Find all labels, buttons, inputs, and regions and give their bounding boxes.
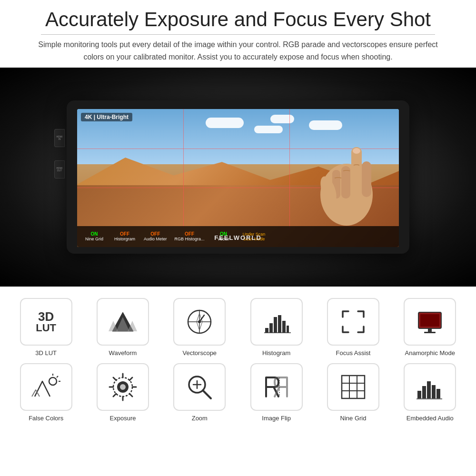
status-nine-grid: ON Nine Grid (80, 230, 109, 243)
embedded-audio-icon (415, 372, 445, 402)
feature-anamorphic-label: Anamorphic Mode (405, 349, 456, 357)
feature-exposure-icon-box (97, 363, 149, 411)
features-grid: 3D LUT 3D LUT Waveform (10, 298, 466, 423)
header: Accurately Exposure and Focus Every Shot… (0, 0, 476, 68)
svg-rect-19 (278, 315, 281, 333)
cloud-2 (254, 126, 283, 133)
svg-line-38 (129, 377, 132, 380)
svg-rect-18 (274, 317, 277, 333)
feature-image-flip-label: Image Flip (262, 415, 291, 423)
cloud-3 (270, 115, 294, 123)
feature-nine-grid: Nine Grid (317, 363, 389, 423)
feature-waveform: Waveform (86, 298, 159, 357)
port-hdmi-in-label: HDMIIN (57, 136, 63, 141)
status-rgb-state: OFF (185, 231, 194, 237)
feature-vectorscope-icon-box (173, 298, 226, 346)
svg-rect-21 (287, 326, 289, 333)
svg-line-39 (113, 394, 116, 397)
histogram-icon (261, 307, 292, 337)
feature-false-colors: False Colors (10, 363, 82, 423)
feature-zoom-icon-box (173, 363, 226, 411)
feature-embedded-audio-icon-box (404, 363, 456, 411)
feature-3d-lut: 3D LUT 3D LUT (10, 298, 82, 357)
svg-rect-55 (432, 385, 436, 398)
port-hdmi-out-label: HDMIOUT (57, 167, 63, 172)
nine-grid-icon (338, 372, 368, 402)
svg-rect-17 (269, 323, 273, 333)
feature-false-colors-label: False Colors (29, 415, 63, 423)
focus-assist-icon (338, 307, 368, 337)
feature-exposure: Exposure (86, 363, 159, 423)
status-audio-meter: OFF Audio Meter (141, 230, 170, 243)
svg-rect-53 (422, 386, 426, 398)
svg-point-40 (120, 384, 126, 390)
feature-embedded-audio-label: Embedded Audio (407, 415, 454, 423)
port-hdmi-in: HDMIIN (54, 129, 65, 147)
status-rgb: OFF RGB Histogra... (172, 230, 208, 243)
svg-rect-54 (427, 381, 431, 398)
svg-point-27 (49, 377, 57, 385)
status-nine-grid-state: ON (91, 231, 98, 237)
false-colors-icon (31, 372, 61, 402)
feature-anamorphic: Anamorphic Mode (394, 298, 466, 357)
header-divider (41, 34, 435, 35)
header-description: Simple monitoring tools put every detail… (29, 39, 447, 63)
status-audio-state: OFF (150, 231, 160, 237)
svg-point-15 (198, 320, 201, 323)
status-histogram-label: Historgram (114, 237, 135, 242)
feature-waveform-icon-box (97, 298, 149, 346)
svg-rect-24 (420, 314, 439, 327)
page-title: Accurately Exposure and Focus Every Shot (19, 9, 457, 30)
svg-rect-16 (265, 328, 268, 333)
port-hdmi-out: HDMIOUT (54, 160, 65, 178)
svg-rect-56 (436, 389, 440, 398)
exposure-icon (108, 372, 138, 402)
features-section: 3D LUT 3D LUT Waveform (0, 287, 476, 430)
vectorscope-icon (184, 307, 215, 337)
zoom-icon (184, 372, 215, 402)
status-rgb-label: RGB Histogra... (175, 237, 205, 242)
svg-line-29 (57, 376, 58, 377)
status-audio-label: Audio Meter (144, 237, 167, 242)
feature-exposure-label: Exposure (110, 415, 136, 423)
ports-left: HDMIIN HDMIOUT (54, 129, 65, 178)
feature-nine-grid-label: Nine Grid (340, 415, 367, 423)
waveform-icon (108, 307, 138, 337)
feature-focus-assist: Focus Assist (317, 298, 389, 357)
feature-vectorscope: Vectorscope (163, 298, 236, 357)
image-flip-icon (261, 372, 292, 402)
lut-icon: 3D LUT (36, 310, 56, 333)
feature-image-flip-icon-box (250, 363, 303, 411)
status-histogram-state: OFF (120, 231, 129, 237)
feature-3d-lut-label: 3D LUT (35, 349, 57, 357)
status-histogram: OFF Historgram (110, 230, 139, 243)
svg-rect-52 (417, 391, 421, 398)
svg-rect-25 (428, 328, 432, 332)
monitor-body: 4K | Ultra-Bright ON Nine Grid OFF Histo… (67, 100, 409, 254)
status-bar: ON Nine Grid OFF Historgram OFF Audio Me… (77, 226, 399, 247)
lut-label-text: LUT (36, 323, 56, 333)
svg-rect-26 (424, 332, 436, 333)
feature-focus-assist-icon-box (327, 298, 379, 346)
svg-line-43 (203, 390, 211, 398)
feature-image-flip: Image Flip (240, 363, 313, 423)
badge-4k: 4K | Ultra-Bright (81, 113, 132, 121)
feature-zoom-label: Zoom (192, 415, 208, 423)
lut-3d-text: 3D (38, 310, 54, 323)
feature-vectorscope-label: Vectorscope (183, 349, 217, 357)
feature-histogram-label: Histogram (262, 349, 290, 357)
feature-nine-grid-icon-box (327, 363, 379, 411)
feature-zoom: Zoom (163, 363, 236, 423)
monitor-screen: 4K | Ultra-Bright ON Nine Grid OFF Histo… (77, 109, 399, 247)
monitor-section: HDMIIN HDMIOUT (0, 68, 476, 287)
feature-focus-assist-label: Focus Assist (336, 349, 371, 357)
status-nine-grid-label: Nine Grid (85, 237, 103, 242)
svg-rect-47 (342, 376, 365, 398)
cloud-1 (206, 118, 244, 128)
feature-3d-lut-icon-box: 3D LUT (20, 298, 72, 346)
svg-rect-20 (282, 321, 286, 333)
anamorphic-icon (415, 307, 445, 337)
feature-embedded-audio: Embedded Audio (394, 363, 466, 423)
brand-label: FEELWORLD (214, 234, 262, 241)
cloud-4 (309, 120, 342, 130)
